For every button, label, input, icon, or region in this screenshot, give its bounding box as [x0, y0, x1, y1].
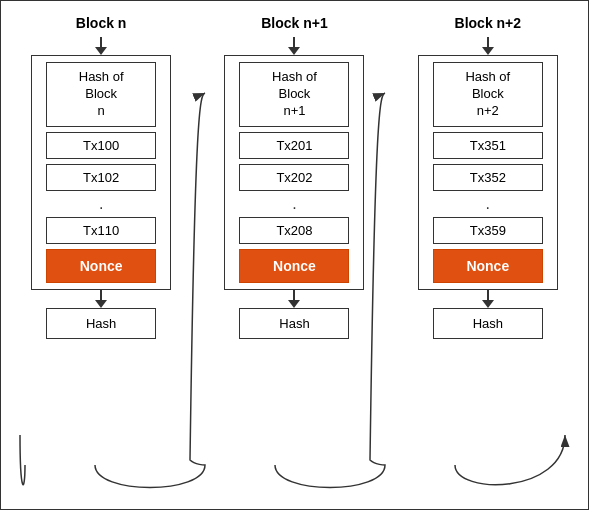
- arrow-line-bottom-n2: [487, 290, 489, 300]
- hash-prev-n: Hash ofBlockn: [46, 62, 156, 127]
- tx-n2-1: Tx351: [433, 132, 543, 159]
- block-n2-title: Block n+2: [455, 15, 522, 31]
- arrow-down-top-n1: [288, 47, 300, 55]
- block-n1-col: Block n+1 Hash ofBlockn+1 Tx201 Tx202 . …: [214, 15, 374, 339]
- dots-n2: .: [486, 196, 490, 212]
- block-n1-title: Block n+1: [261, 15, 328, 31]
- arrow-line-bottom-n1: [293, 290, 295, 300]
- block-n1-box: Hash ofBlockn+1 Tx201 Tx202 . Tx208 Nonc…: [224, 55, 364, 290]
- block-n-title: Block n: [76, 15, 127, 31]
- tx-n1-1: Tx201: [239, 132, 349, 159]
- tx-n-1: Tx100: [46, 132, 156, 159]
- arrow-line-bottom-n: [100, 290, 102, 300]
- tx-n2-2: Tx352: [433, 164, 543, 191]
- tx-n-3: Tx110: [46, 217, 156, 244]
- tx-n1-2: Tx202: [239, 164, 349, 191]
- arrow-line-top-n: [100, 37, 102, 47]
- arrow-down-top-n2: [482, 47, 494, 55]
- dots-n: .: [99, 196, 103, 212]
- arrow-down-bottom-n: [95, 300, 107, 308]
- block-n2-col: Block n+2 Hash ofBlockn+2 Tx351 Tx352 . …: [408, 15, 568, 339]
- block-n-col: Block n Hash ofBlockn Tx100 Tx102 . Tx11…: [21, 15, 181, 339]
- arrow-line-top-n2: [487, 37, 489, 47]
- block-n-box: Hash ofBlockn Tx100 Tx102 . Tx110 Nonce: [31, 55, 171, 290]
- blockchain-diagram: Block n Hash ofBlockn Tx100 Tx102 . Tx11…: [5, 5, 585, 505]
- hash-prev-n1: Hash ofBlockn+1: [239, 62, 349, 127]
- hash-prev-n2: Hash ofBlockn+2: [433, 62, 543, 127]
- arrow-line-top-n1: [293, 37, 295, 47]
- tx-n2-3: Tx359: [433, 217, 543, 244]
- nonce-n: Nonce: [46, 249, 156, 283]
- arrow-down-bottom-n2: [482, 300, 494, 308]
- nonce-n2: Nonce: [433, 249, 543, 283]
- tx-n1-3: Tx208: [239, 217, 349, 244]
- arrow-down-top-n: [95, 47, 107, 55]
- nonce-n1: Nonce: [239, 249, 349, 283]
- hash-out-n2: Hash: [433, 308, 543, 339]
- hash-out-n: Hash: [46, 308, 156, 339]
- tx-n-2: Tx102: [46, 164, 156, 191]
- hash-out-n1: Hash: [239, 308, 349, 339]
- arrow-down-bottom-n1: [288, 300, 300, 308]
- dots-n1: .: [292, 196, 296, 212]
- block-n2-box: Hash ofBlockn+2 Tx351 Tx352 . Tx359 Nonc…: [418, 55, 558, 290]
